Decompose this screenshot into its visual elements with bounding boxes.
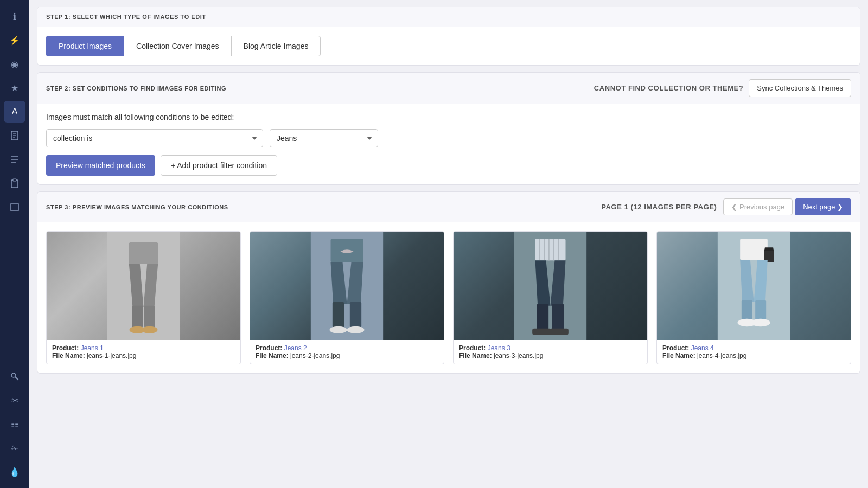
condition-type-select[interactable]: collection is product type is vendor is … [46,129,263,147]
images-per-page: (12 images per page) [631,203,717,211]
product-label-3: Product: Jeans 3 [459,344,642,352]
step1-header: STEP 1: SELECT WHICH TYPE OF IMAGES TO E… [37,7,860,27]
sidebar-icon-scissors[interactable]: ✂ [4,389,25,411]
svg-rect-37 [537,304,548,330]
svg-rect-17 [144,306,155,328]
product-label-1: Product: Jeans 1 [52,344,235,352]
product-label-4: Product: Jeans 4 [662,344,845,352]
pagination-area: page 1 (12 images per page) ❮ Previous p… [601,198,851,215]
product-link-1[interactable]: Jeans 1 [81,344,104,352]
product-info-2: Product: Jeans 2 File Name: jeans-2-jean… [250,340,444,364]
condition-value-select[interactable]: Jeans T-Shirts Hoodies Dresses [270,129,378,147]
product-info-1: Product: Jeans 1 File Name: jeans-1-jean… [47,340,240,364]
sidebar-icon-clock[interactable]: ◉ [4,53,25,75]
sync-button[interactable]: Sync Collections & Themes [749,79,851,97]
svg-rect-25 [350,302,361,328]
sidebar-icon-list[interactable] [4,149,25,170]
step1-title: STEP 1: SELECT WHICH TYPE OF IMAGES TO E… [46,14,206,20]
sidebar-icon-bolt[interactable]: ⚡ [4,29,25,51]
tab-blog-images[interactable]: Blog Article Images [231,36,321,56]
product-link-3[interactable]: Jeans 3 [488,344,510,352]
step2-title: STEP 2: SET CONDITIONS TO FIND IMAGES FO… [46,85,226,92]
step3-title: STEP 3: PREVIEW IMAGES MATCHING YOUR CON… [46,204,228,210]
preview-button[interactable]: Preview matched products [46,155,155,176]
file-label-3: File Name: jeans-3-jeans.jpg [459,352,642,359]
step1-body: Product Images Collection Cover Images B… [37,27,860,65]
file-label-1: File Name: jeans-1-jeans.jpg [52,352,235,359]
product-card-2: Product: Jeans 2 File Name: jeans-2-jean… [250,231,444,364]
next-page-button[interactable]: Next page ❯ [795,198,851,215]
step3-body: Product: Jeans 1 File Name: jeans-1-jean… [37,222,860,373]
svg-rect-40 [550,329,569,335]
svg-line-11 [15,377,18,380]
svg-rect-16 [132,306,143,328]
svg-point-50 [751,319,770,327]
product-image-4 [657,232,851,340]
svg-rect-44 [765,247,774,251]
sidebar-icon-drop[interactable]: 💧 [4,461,25,483]
condition-row: collection is product type is vendor is … [46,129,851,147]
step2-section: STEP 2: SET CONDITIONS TO FIND IMAGES FO… [37,72,860,185]
conditions-description: Images must match all following conditio… [46,113,851,121]
product-info-4: Product: Jeans 4 File Name: jeans-4-jean… [657,340,851,364]
page-label: page [601,203,622,211]
sidebar-icon-group[interactable]: ⚏ [4,413,25,435]
sidebar-icon-clipboard[interactable] [4,172,25,194]
product-card-3: Product: Jeans 3 File Name: jeans-3-jean… [453,231,648,364]
prev-page-button[interactable]: ❮ Previous page [723,198,793,215]
svg-rect-8 [13,179,16,181]
sidebar-icon-a[interactable]: A [4,101,25,123]
main-content: STEP 1: SELECT WHICH TYPE OF IMAGES TO E… [29,0,868,488]
pagination-controls: ❮ Previous page Next page ❯ [723,198,851,215]
product-info-3: Product: Jeans 3 File Name: jeans-3-jean… [454,340,647,364]
file-label-4: File Name: jeans-4-jeans.jpg [662,352,845,359]
step2-header: STEP 2: SET CONDITIONS TO FIND IMAGES FO… [37,73,860,104]
svg-rect-47 [742,300,752,320]
svg-point-19 [142,326,157,333]
sidebar-icon-box[interactable] [4,196,25,218]
sidebar-icon-doc[interactable] [4,125,25,146]
product-image-3 [454,232,647,340]
sync-area: Cannot find collection or theme? Sync Co… [594,79,851,97]
step1-section: STEP 1: SELECT WHICH TYPE OF IMAGES TO E… [37,7,860,66]
svg-rect-38 [552,304,564,330]
product-card-1: Product: Jeans 1 File Name: jeans-1-jean… [46,231,241,364]
add-filter-button[interactable]: + Add product filter condition [161,155,277,176]
tab-collection-images[interactable]: Collection Cover Images [124,36,231,56]
pagination-info: page 1 (12 images per page) [601,203,717,211]
svg-rect-42 [740,239,768,260]
product-card-4: Product: Jeans 4 File Name: jeans-4-jean… [656,231,851,364]
svg-point-26 [330,326,347,333]
product-grid: Product: Jeans 1 File Name: jeans-1-jean… [37,222,860,373]
product-link-2[interactable]: Jeans 2 [284,344,307,352]
step3-header: STEP 3: PREVIEW IMAGES MATCHING YOUR CON… [37,192,860,222]
sidebar: ℹ ⚡ ◉ ★ A ✂ ⚏ ✁ 💧 [0,0,29,488]
file-label-2: File Name: jeans-2-jeans.jpg [256,352,438,359]
svg-rect-13 [129,242,158,264]
svg-rect-24 [333,302,344,328]
action-buttons: Preview matched products + Add product f… [46,155,851,176]
product-image-2 [250,232,444,340]
sidebar-icon-info[interactable]: ℹ [4,5,25,27]
sidebar-icon-tools[interactable] [4,365,25,387]
svg-rect-39 [532,329,551,335]
svg-rect-9 [11,203,18,211]
page-number: 1 [624,203,629,211]
sync-hint-text: Cannot find collection or theme? [594,84,743,92]
step3-section: STEP 3: PREVIEW IMAGES MATCHING YOUR CON… [37,191,860,374]
svg-point-10 [11,373,16,377]
image-type-tabs: Product Images Collection Cover Images B… [46,36,851,56]
product-image-1 [47,232,240,340]
sidebar-icon-cut[interactable]: ✁ [4,437,25,459]
tab-product-images[interactable]: Product Images [46,36,124,56]
product-label-2: Product: Jeans 2 [256,344,438,352]
svg-point-27 [347,326,365,333]
sidebar-icon-star[interactable]: ★ [4,77,25,99]
step2-body: Images must match all following conditio… [37,104,860,184]
svg-rect-48 [755,300,766,320]
product-link-4[interactable]: Jeans 4 [691,344,714,352]
